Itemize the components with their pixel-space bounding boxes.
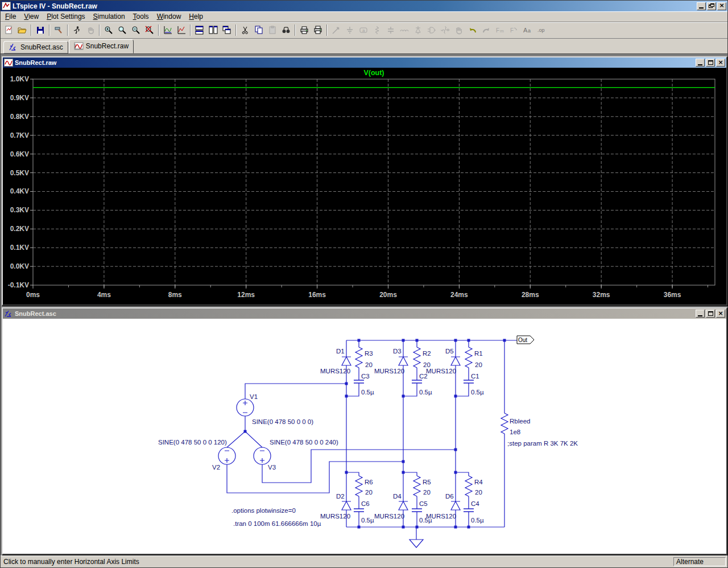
schematic-label: D1 (336, 348, 345, 355)
zoom-in-icon (104, 26, 113, 35)
resistor-R1-symbol (465, 347, 472, 368)
schematic-label: C4 (471, 500, 479, 507)
schematic-label: 0.5µ (361, 389, 374, 396)
schematic-label: SINE(0 478 50 0 0 240) (270, 439, 338, 446)
tab-snubrect-asc[interactable]: SnubRect.asc (3, 41, 68, 53)
place-component-icon (427, 26, 436, 35)
schematic-label: 20 (365, 489, 373, 496)
x-axis-tick-label: 28ms (522, 291, 539, 299)
rotate-button: F (507, 23, 520, 37)
close-button[interactable]: × (717, 2, 726, 10)
schematic-window-titlebar[interactable]: SnubRect.asc × (3, 308, 726, 319)
menu-view[interactable]: View (20, 12, 43, 22)
minimize-button[interactable] (696, 310, 705, 318)
schematic-window: SnubRect.asc × (2, 307, 727, 555)
waveform-icon (4, 59, 13, 67)
maximize-button[interactable] (706, 310, 715, 318)
place-resistor-icon (373, 26, 382, 35)
drag-button (452, 23, 466, 37)
schematic-label: MURS120 (426, 513, 456, 520)
close-button[interactable]: × (716, 310, 725, 318)
waveform-window-title: SnubRect.raw (15, 59, 696, 66)
cut-icon (241, 26, 250, 35)
schematic-label: 20 (365, 361, 373, 368)
open-file-button[interactable] (15, 23, 29, 37)
menu-simulation[interactable]: Simulation (89, 12, 129, 22)
schematic-label: D6 (445, 493, 454, 500)
zoom-to-rectangle-button[interactable] (115, 23, 129, 37)
schematic-label: C3 (361, 373, 370, 380)
maximize-button[interactable] (706, 59, 715, 67)
spice-directive-icon: .op (536, 26, 545, 35)
restore-button[interactable] (707, 2, 716, 10)
run-simulation-button[interactable] (70, 23, 84, 37)
waveform-window-titlebar[interactable]: SnubRect.raw × (3, 57, 726, 68)
voltage-source-V2-symbol (218, 447, 235, 464)
menu-file[interactable]: File (1, 12, 20, 22)
menu-window[interactable]: Window (153, 12, 185, 22)
save-button[interactable] (34, 23, 47, 37)
tile-vertically-button[interactable] (206, 23, 220, 37)
menu-tools[interactable]: Tools (129, 12, 153, 22)
voltage-source-V3-symbol (254, 447, 271, 464)
place-label-button: a (357, 23, 370, 37)
minimize-button[interactable] (696, 59, 705, 67)
svg-text:m: m (500, 28, 504, 34)
redo-button (479, 23, 493, 37)
paste-icon (268, 26, 277, 35)
tile-horizontally-button[interactable] (193, 23, 206, 37)
run-simulation-icon (72, 26, 81, 35)
schematic-label: V3 (268, 464, 276, 471)
control-panel-icon (54, 26, 63, 35)
menu-help[interactable]: Help (185, 12, 207, 22)
schematic-labels: D1MURS120R320C30.5µD3MURS120R220C20.5µD5… (158, 348, 578, 527)
schematic-label: C5 (419, 500, 428, 507)
capacitor-C2-symbol (412, 380, 422, 383)
waveform-plot[interactable]: 0ms4ms8ms12ms16ms20ms24ms28ms32ms36ms1.0… (3, 68, 726, 304)
plot-border (33, 79, 715, 285)
resistor-R2-symbol (413, 347, 420, 368)
cascade-windows-button[interactable] (220, 23, 234, 37)
redo-icon (482, 26, 491, 35)
menu-plot-settings[interactable]: Plot Settings (43, 12, 89, 22)
new-schematic-button[interactable] (2, 23, 15, 37)
y-axis-tick-label: 0.3KV (10, 206, 29, 214)
x-axis-tick-label: 20ms (379, 291, 397, 299)
place-text-icon: Aa (523, 26, 532, 35)
zoom-out-button[interactable] (129, 23, 143, 37)
schematic-label: MURS120 (320, 513, 350, 520)
status-message: Click to manually enter Horizontal Axis … (2, 558, 673, 566)
capacitor-C6-symbol (354, 509, 364, 512)
ltspice-logo-icon (2, 2, 11, 10)
x-axis-tick-label: 16ms (308, 291, 326, 299)
schematic-canvas[interactable]: Out D1MURS120R320C30.5µD3MURS120R220C20.… (3, 319, 726, 554)
schematic-label: D2 (336, 493, 345, 500)
plot-settings-button[interactable] (175, 23, 188, 37)
schematic-label: C6 (361, 500, 370, 507)
schematic-label: 0.5µ (419, 389, 432, 396)
copy-button[interactable] (252, 23, 266, 37)
find-icon (282, 26, 291, 35)
zoom-in-button[interactable] (102, 23, 115, 37)
find-button[interactable] (279, 23, 293, 37)
zoom-full-extents-button[interactable] (143, 23, 156, 37)
minimize-button[interactable] (697, 2, 706, 10)
voltage-source-V1-symbol (237, 399, 254, 416)
schematic-label: 0.5µ (471, 389, 484, 396)
zoom-full-extents-icon (145, 26, 154, 35)
print-preview-button[interactable] (297, 23, 311, 37)
control-panel-button[interactable] (52, 23, 65, 37)
schematic-label: SINE(0 478 50 0 0 0) (252, 418, 313, 425)
print-button[interactable] (311, 23, 325, 37)
cut-button[interactable] (238, 23, 252, 37)
tab-snubrect-raw[interactable]: SnubRect.raw (69, 39, 134, 53)
y-axis-tick-label: 0.6KV (10, 150, 29, 158)
place-resistor-button (370, 23, 384, 37)
x-axis-tick-label: 32ms (593, 291, 610, 299)
schematic-label: R4 (474, 479, 483, 485)
close-button[interactable]: × (716, 59, 725, 67)
autorange-y-axis-button[interactable] (161, 23, 175, 37)
undo-button[interactable] (466, 23, 479, 37)
rotate-icon: F (509, 26, 518, 35)
waveform-icon (74, 42, 84, 51)
